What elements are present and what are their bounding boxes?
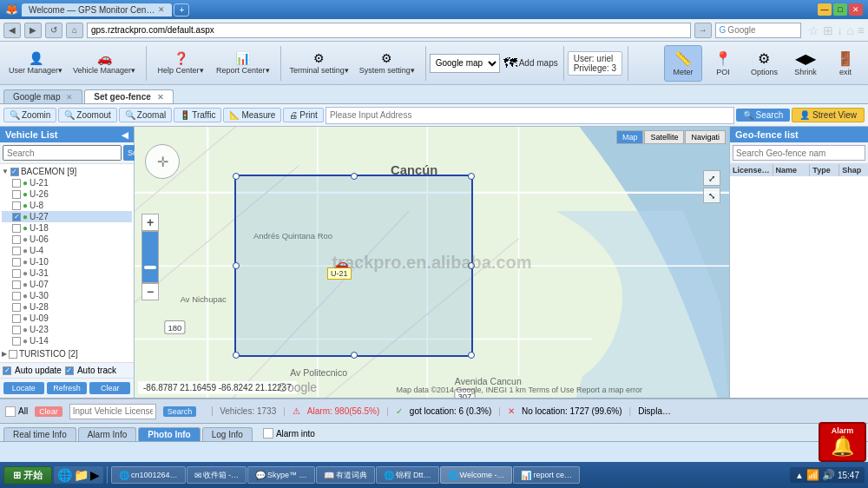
collapse-button[interactable]: ⤡ [703, 188, 720, 203]
item-checkbox[interactable] [12, 235, 21, 244]
tree-item-u4[interactable]: ● U-4 [2, 245, 132, 256]
auto-track-checkbox[interactable]: ✓ [65, 366, 74, 375]
map-type-navigati-button[interactable]: Navigati [685, 130, 726, 144]
geo-fence-corner-tr[interactable] [468, 173, 475, 180]
zoom-in-button[interactable]: + [141, 214, 159, 231]
map-search-button[interactable]: 🔍 Search [736, 109, 790, 122]
url-input[interactable] [87, 23, 691, 38]
expand-button[interactable]: ⤢ [703, 170, 720, 186]
close-button[interactable]: ✕ [849, 3, 863, 16]
home-button[interactable]: ⌂ [66, 23, 83, 38]
map-type-map-button[interactable]: Map [616, 130, 644, 144]
taskbar-item-3[interactable]: 📖 有道词典 [316, 466, 375, 484]
measure-button[interactable]: 📐 Measure [223, 108, 281, 122]
taskbar-item-2[interactable]: 💬 Skype™ … [247, 466, 315, 484]
zoomout-button[interactable]: 🔍 Zoomout [58, 108, 116, 122]
tab-set-geo-fence[interactable]: Set geo-fence ✕ [84, 89, 173, 103]
geo-fence-corner-br[interactable] [468, 352, 475, 359]
tree-item-u10[interactable]: ● U-10 [2, 256, 132, 267]
tree-item-u31[interactable]: ● U-31 [2, 267, 132, 279]
tab-realtime-info[interactable]: Real time Info [3, 427, 76, 441]
vehicle-manager-button[interactable]: 🚗 Vehicle Manager▾ [68, 47, 141, 80]
tab-log-info[interactable]: Log Info [202, 427, 253, 441]
clear-button[interactable]: Clear [89, 382, 130, 394]
tray-icon-1[interactable]: ▲ [795, 471, 804, 480]
taskbar-item-6[interactable]: 📊 report ce… [513, 466, 580, 484]
tree-item-u14[interactable]: ● U-14 [2, 335, 132, 346]
alarm-into-checkbox[interactable] [263, 428, 273, 439]
zoomal-button[interactable]: 🔍 Zoomal [119, 108, 172, 122]
item-checkbox[interactable] [12, 314, 21, 323]
item-checkbox[interactable] [12, 326, 21, 334]
tab-google-map-close-icon[interactable]: ✕ [66, 93, 73, 102]
user-manager-button[interactable]: 👤 User Manager▾ [3, 47, 68, 80]
status-search-button[interactable]: Search [163, 406, 197, 417]
taskbar-item-5[interactable]: 🌐 Welcome -… [440, 466, 513, 484]
system-setting-button[interactable]: ⚙ System setting▾ [354, 47, 420, 80]
bookmark-icon[interactable]: ⊞ [823, 23, 833, 37]
item-checkbox[interactable] [12, 179, 21, 188]
tree-item-u21[interactable]: ● U-21 [2, 177, 132, 188]
geo-fence-search-input[interactable] [733, 145, 865, 161]
all-checkbox[interactable] [5, 406, 16, 417]
terminal-setting-button[interactable]: ⚙ Terminal setting▾ [285, 47, 354, 80]
map-type-select[interactable]: Google map Bing map [430, 54, 500, 73]
start-button[interactable]: ⊞ 开始 [3, 466, 52, 485]
geo-fence-selection-box[interactable] [234, 175, 473, 357]
item-checkbox[interactable] [12, 247, 21, 255]
home-icon[interactable]: ⌂ [846, 23, 853, 37]
tab-google-map[interactable]: Google map ✕ [3, 89, 82, 103]
report-center-button[interactable]: 📊 Report Center▾ [211, 47, 275, 80]
tab-photo-info[interactable]: Photo Info [138, 427, 200, 441]
geo-fence-corner-mr[interactable] [468, 262, 475, 269]
exit-button[interactable]: 🚪 exit [826, 45, 865, 82]
title-tab-close[interactable]: ✕ [158, 5, 165, 14]
geo-fence-corner-tm[interactable] [351, 173, 358, 180]
new-tab-button[interactable]: + [174, 3, 189, 16]
vehicle-search-input[interactable] [3, 145, 122, 161]
taskbar-item-4[interactable]: 🌐 锦程 Dtt… [376, 466, 439, 484]
item-checkbox[interactable] [12, 190, 21, 199]
tree-item-u09[interactable]: ● U-09 [2, 313, 132, 324]
item-checkbox[interactable] [12, 337, 21, 346]
vehicle-license-input[interactable] [69, 404, 156, 419]
minimize-button[interactable]: — [818, 3, 832, 16]
zoom-out-button[interactable]: − [141, 283, 159, 300]
item-checkbox[interactable] [12, 280, 21, 289]
geo-fence-corner-bl[interactable] [233, 352, 240, 359]
geo-fence-corner-ml[interactable] [233, 262, 240, 269]
options-button[interactable]: ⚙ Options [744, 45, 785, 82]
vehicle-list-collapse-icon[interactable]: ◀ [122, 130, 128, 140]
tree-item-u07[interactable]: ● U-07 [2, 279, 132, 290]
group-checkbox[interactable] [9, 350, 17, 359]
title-tab-main[interactable]: Welcome — GPS Monitor Cen… ✕ [22, 3, 172, 16]
tab-alarm-info[interactable]: Alarm Info [78, 427, 137, 441]
maximize-button[interactable]: □ [833, 3, 847, 16]
item-checkbox[interactable] [12, 224, 21, 233]
geo-fence-corner-tl[interactable] [233, 173, 240, 180]
taskbar-item-1[interactable]: ✉ 收件箱 -… [187, 466, 247, 484]
download-icon[interactable]: ↓ [837, 23, 843, 37]
print-button[interactable]: 🖨 Print [283, 108, 324, 122]
meter-button[interactable]: 📏 Meter [664, 45, 702, 82]
reload-button[interactable]: ↺ [45, 23, 62, 38]
tree-item-u26[interactable]: ● U-26 [2, 188, 132, 200]
locate-button[interactable]: Locate [3, 382, 44, 394]
map-type-satellite-button[interactable]: Satellite [644, 130, 684, 144]
tree-item-u30[interactable]: ● U-30 [2, 290, 132, 301]
zoom-slider[interactable] [141, 231, 159, 283]
menu-icon[interactable]: ≡ [858, 23, 865, 37]
shrink-button[interactable]: ◀▶ Shrink [786, 45, 825, 82]
tray-network-icon[interactable]: 📶 [806, 469, 819, 481]
clear-status-button[interactable]: Clear [35, 406, 62, 417]
go-button[interactable]: → [694, 23, 712, 38]
tray-volume-icon[interactable]: 🔊 [822, 469, 835, 481]
street-view-button[interactable]: 👤 Street View [792, 108, 865, 122]
taskbar-item-0[interactable]: 🌐 cn1001264… [111, 466, 186, 484]
tree-group-bacemon-header[interactable]: ▼ ✓ BACEMON [9] [2, 166, 132, 177]
forward-button[interactable]: ▶ [24, 23, 42, 38]
media-icon[interactable]: ▶ [90, 468, 100, 482]
poi-button[interactable]: 📍 POI [704, 45, 742, 82]
ie-icon[interactable]: 🌐 [57, 468, 72, 482]
item-checkbox[interactable] [12, 201, 21, 210]
